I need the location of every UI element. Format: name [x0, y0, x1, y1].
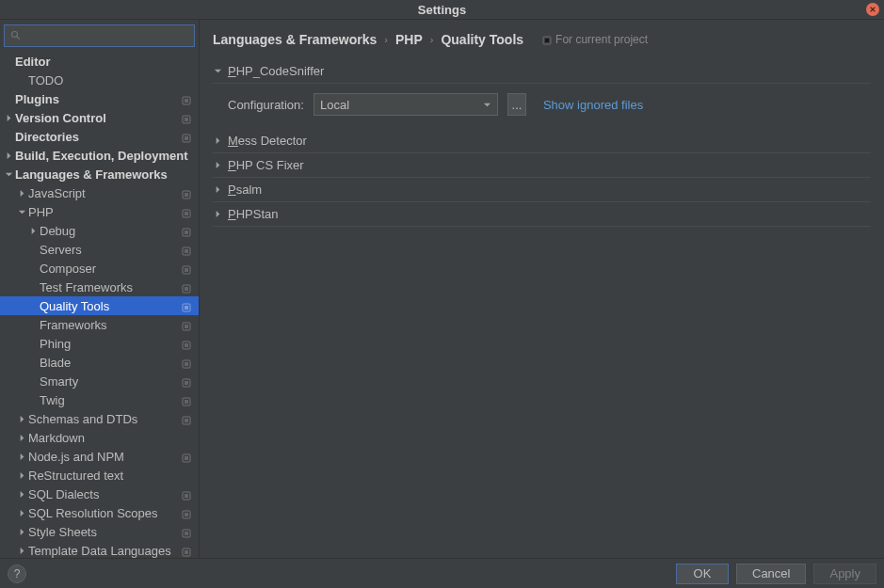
tree-item-plugins[interactable]: Plugins	[0, 89, 199, 108]
section-header-psalm[interactable]: Psalm	[213, 178, 871, 202]
svg-rect-8	[185, 193, 188, 197]
tree-item-phing[interactable]: Phing	[0, 334, 199, 353]
project-scope-icon	[182, 376, 191, 386]
tree-item-label: SQL Dialects	[28, 487, 99, 501]
tree-item-style-sheets[interactable]: Style Sheets	[0, 522, 199, 541]
tree-item-label: JavaScript	[28, 186, 86, 200]
svg-rect-34	[185, 456, 188, 460]
sidebar: EditorTODOPluginsVersion ControlDirector…	[0, 20, 200, 558]
browse-button[interactable]: ...	[507, 93, 526, 116]
section-title: PHP_CodeSniffer	[228, 64, 324, 78]
tree-item-label: Frameworks	[40, 318, 107, 332]
tree-item-smarty[interactable]: Smarty	[0, 372, 199, 390]
tree-item-node-js-and-npm[interactable]: Node.js and NPM	[0, 447, 199, 466]
tree-item-label: Smarty	[40, 374, 78, 389]
tree-item-sql-dialects[interactable]: SQL Dialects	[0, 485, 199, 503]
tree-item-version-control[interactable]: Version Control	[0, 108, 199, 127]
tree-item-quality-tools[interactable]: Quality Tools	[0, 296, 199, 315]
tree-item-php[interactable]: PHP	[0, 202, 199, 221]
sections: PHP_CodeSnifferConfiguration:Local...Sho…	[213, 59, 871, 227]
tree-item-twig[interactable]: Twig	[0, 390, 199, 409]
dropdown-value: Local	[320, 98, 349, 112]
tree-item-composer[interactable]: Composer	[0, 259, 199, 278]
apply-button[interactable]: Apply	[813, 564, 876, 584]
tree-item-label: Quality Tools	[40, 299, 109, 313]
svg-rect-28	[185, 381, 188, 385]
section-header-phpstan[interactable]: PHPStan	[213, 202, 871, 227]
project-scope-icon	[182, 527, 191, 536]
tree-item-build-execution-deployment[interactable]: Build, Execution, Deployment	[0, 146, 199, 165]
project-scope-icon	[182, 339, 191, 348]
svg-point-0	[12, 32, 18, 38]
tree-item-markdown[interactable]: Markdown	[0, 428, 199, 447]
breadcrumb-item: Quality Tools	[441, 32, 523, 47]
svg-rect-30	[185, 400, 188, 404]
ok-button[interactable]: OK	[676, 564, 729, 584]
tree-item-label: Style Sheets	[28, 525, 97, 539]
settings-tree[interactable]: EditorTODOPluginsVersion ControlDirector…	[0, 52, 199, 558]
chevron-right-icon	[17, 508, 26, 517]
tree-item-javascript[interactable]: JavaScript	[0, 183, 199, 202]
window-title: Settings	[418, 3, 466, 17]
svg-rect-40	[185, 532, 188, 535]
tree-item-label: Version Control	[15, 111, 106, 125]
project-scope-icon	[182, 188, 191, 198]
project-scope-icon	[182, 282, 191, 292]
tree-item-directories[interactable]: Directories	[0, 127, 199, 146]
chevron-right-icon	[17, 546, 26, 555]
svg-rect-38	[185, 513, 188, 516]
project-scope-hint: For current project	[542, 33, 648, 46]
project-scope-icon	[182, 358, 191, 367]
tree-item-label: Languages & Frameworks	[15, 167, 168, 182]
chevron-right-icon	[4, 151, 13, 160]
project-scope-hint-label: For current project	[555, 33, 648, 46]
close-icon	[869, 6, 876, 13]
tree-item-languages-frameworks[interactable]: Languages & Frameworks	[0, 165, 199, 183]
tree-item-label: Composer	[40, 262, 96, 276]
show-ignored-files-link[interactable]: Show ignored files	[543, 98, 643, 112]
tree-item-label: Schemas and DTDs	[28, 412, 137, 426]
chevron-right-icon	[17, 433, 26, 442]
tree-item-test-frameworks[interactable]: Test Frameworks	[0, 278, 199, 296]
project-scope-icon	[182, 489, 191, 499]
close-button[interactable]	[866, 3, 879, 16]
tree-item-blade[interactable]: Blade	[0, 353, 199, 372]
tree-item-restructured-text[interactable]: ReStructured text	[0, 466, 199, 485]
tree-item-label: Build, Execution, Deployment	[15, 149, 187, 163]
titlebar: Settings	[0, 0, 884, 19]
section-header-php-cs-fixer[interactable]: PHP CS Fixer	[213, 153, 871, 178]
chevron-down-icon	[213, 67, 222, 75]
tree-item-schemas-and-dtds[interactable]: Schemas and DTDs	[0, 409, 199, 428]
help-button[interactable]: ?	[8, 564, 26, 583]
tree-item-editor[interactable]: Editor	[0, 52, 199, 71]
configuration-dropdown[interactable]: Local	[313, 93, 498, 116]
tree-item-sql-resolution-scopes[interactable]: SQL Resolution Scopes	[0, 503, 199, 522]
chevron-right-icon	[213, 185, 222, 194]
section-title: PHPStan	[228, 207, 278, 221]
tree-item-servers[interactable]: Servers	[0, 240, 199, 259]
tree-item-label: Node.js and NPM	[28, 450, 124, 464]
breadcrumb-item[interactable]: Languages & Frameworks	[213, 32, 377, 47]
project-scope-icon	[182, 94, 191, 103]
search-box[interactable]	[4, 24, 195, 47]
project-scope-icon	[182, 301, 191, 310]
cancel-button[interactable]: Cancel	[736, 564, 806, 584]
tree-item-label: Twig	[40, 393, 65, 407]
tree-item-debug[interactable]: Debug	[0, 221, 199, 240]
main: EditorTODOPluginsVersion ControlDirector…	[0, 19, 884, 558]
svg-rect-44	[545, 39, 549, 42]
tree-item-frameworks[interactable]: Frameworks	[0, 315, 199, 334]
tree-item-todo[interactable]: TODO	[0, 71, 199, 89]
chevron-right-icon	[17, 414, 26, 423]
section-header-mess-detector[interactable]: Mess Detector	[213, 129, 871, 153]
breadcrumb-item[interactable]: PHP	[395, 32, 423, 47]
section-header-php-codesniffer[interactable]: PHP_CodeSniffer	[213, 59, 871, 84]
svg-rect-12	[185, 230, 188, 234]
svg-rect-42	[185, 550, 188, 554]
chevron-right-icon	[28, 226, 38, 235]
breadcrumb: Languages & Frameworks›PHP›Quality Tools…	[213, 27, 871, 52]
tree-item-template-data-languages[interactable]: Template Data Languages	[0, 541, 199, 558]
search-input[interactable]	[25, 29, 188, 42]
project-scope-icon	[182, 414, 191, 423]
svg-rect-10	[185, 212, 188, 215]
